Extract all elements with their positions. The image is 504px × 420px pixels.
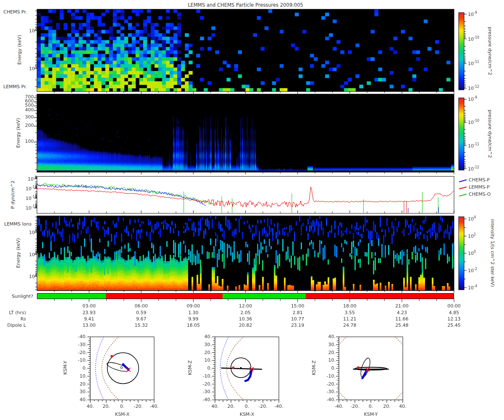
ephemeris-value: 4.85 <box>441 310 467 315</box>
time-tick-label: 00:00 <box>441 303 467 309</box>
ephemeris-value: 9.41 <box>76 316 102 322</box>
orbit-y-tick-label: -10. <box>71 357 87 363</box>
figure: LEMMS and CHEMS Particle Pressures 2009:… <box>0 0 504 420</box>
orbit-y-tick-label: -30. <box>320 389 336 394</box>
orbit-x-tick-label: 0. <box>238 404 256 409</box>
ephemeris-value: 25.48 <box>389 323 415 328</box>
sunlight-bar <box>37 293 454 299</box>
colorbar1-unit-label: pressure dyne/cm^2 <box>487 20 493 83</box>
orbit-y-tick-label: 30. <box>196 342 212 347</box>
colorbar-tick-label: 10-10 <box>468 119 479 125</box>
ephemeris-value: 23.93 <box>76 310 102 315</box>
orbit-y-tick-label: 20. <box>196 350 212 355</box>
colorbar-tick-label: 10-4 <box>468 284 477 291</box>
y-tick-label: 10-11 <box>18 195 37 201</box>
y-tick-label: 400. <box>18 107 35 113</box>
ephemeris-value: 4.23 <box>389 310 415 315</box>
colorbar-tick-label: 10-12 <box>468 85 479 91</box>
ephemeris-value: 11.21 <box>337 316 362 322</box>
colorbar-tick-label: 10-12 <box>468 165 479 172</box>
ephemeris-value: 9.67 <box>129 316 154 322</box>
orbit-plot-2 <box>331 329 410 408</box>
ephemeris-row-label: LT (hrs) <box>0 310 26 315</box>
orbit-x-tick-label: -40. <box>145 404 163 409</box>
panel3-y-axis-label: P dyn/cm^2 <box>10 174 16 216</box>
y-tick-label: 102 <box>18 273 37 279</box>
colorbar-intensity <box>459 217 464 290</box>
orbit-y-tick-label: -10. <box>196 373 212 379</box>
colorbar-pressure-top <box>459 13 464 90</box>
lemms-ions-spectrogram <box>37 216 454 291</box>
time-tick-label: 21:00 <box>389 303 415 309</box>
colorbar-tick-label: 10-11 <box>468 142 479 149</box>
colorbar-tick-label: 100 <box>468 250 476 256</box>
legend-item-label: CHEMS-P <box>469 177 490 183</box>
orbit-x-tick-label: 0. <box>113 404 131 409</box>
panel2-corner-label: LEMMS Pr. <box>3 84 27 89</box>
sunlight-segment-lit <box>223 294 306 299</box>
colorbar-tick-label: 10-9 <box>468 96 477 102</box>
orbit-x-tick-label: -20. <box>129 404 147 409</box>
panel2-y-axis-label: Energy (keV) <box>16 112 21 154</box>
orbit-y-tick-label: -10. <box>320 373 336 379</box>
orbit-x-tick-label: -40. <box>330 404 348 409</box>
time-tick-label: 09:00 <box>181 303 206 309</box>
y-tick-label: 500. <box>18 102 35 108</box>
panel4-corner-label: LEMMS Ions <box>4 221 32 227</box>
colorbar2-unit-label: pressure dyne/cm^2 <box>487 102 493 165</box>
orbit-y-tick-label: 0. <box>320 365 336 371</box>
orbit-plot-1 <box>220 337 262 400</box>
colorbar-tick-label: 104 <box>468 215 476 222</box>
orbit-y-tick-label: 10. <box>320 357 336 363</box>
y-tick-label: 600. <box>18 98 35 104</box>
y-tick-label: 104 <box>18 229 37 235</box>
sunlight-segment-shadow <box>306 294 454 299</box>
orbit-y-tick-label: 40. <box>196 334 212 339</box>
ephemeris-value: 2.05 <box>233 310 258 315</box>
time-tick-label: 12:00 <box>233 303 258 309</box>
orbit-x-tick-label: 40. <box>394 404 412 409</box>
orbit-x-axis-label: KSM-X <box>230 412 264 417</box>
orbit-y-axis-label: KSM-Z <box>187 351 193 385</box>
lemms-pressure-spectrogram <box>37 94 454 172</box>
sunlight-label: Sunlight? <box>12 294 33 299</box>
orbit-y-tick-label: -20. <box>71 350 87 355</box>
orbit-x-tick-label: 20. <box>222 404 240 409</box>
colorbar-pressure-mid <box>459 98 464 170</box>
ephemeris-value: 18.05 <box>181 323 206 328</box>
panel1-y-axis-label: Energy (keV) <box>17 29 22 71</box>
ephemeris-value: 25.45 <box>441 323 467 328</box>
time-tick-label: 18:00 <box>337 303 362 309</box>
colorbar-tick-label: 102 <box>468 233 476 239</box>
orbit-y-axis-label: KSM-Z <box>311 351 317 385</box>
orbit-y-tick-label: 10. <box>196 357 212 363</box>
y-tick-label: 200. <box>18 123 35 128</box>
page-title: LEMMS and CHEMS Particle Pressures 2009:… <box>37 2 454 8</box>
orbit-x-tick-label: -20. <box>254 404 272 409</box>
time-tick-label: 15:00 <box>285 303 310 309</box>
legend-item-label: CHEMS-O <box>469 192 491 197</box>
orbit-y-tick-label: 10. <box>71 373 87 379</box>
pressure-timeseries-plot <box>37 176 454 213</box>
sunlight-segment-lit <box>37 294 106 299</box>
ephemeris-value: 23.19 <box>285 323 310 328</box>
orbit-x-tick-label: 40. <box>206 404 224 409</box>
ephemeris-value: 3.55 <box>337 310 362 315</box>
colorbar3-unit-label: intensity 1/(s cm^2 ster keV) <box>490 211 495 295</box>
orbit-y-tick-label: 20. <box>71 381 87 387</box>
orbit-y-tick-label: -20. <box>320 381 336 387</box>
orbit-y-tick-label: -20. <box>196 381 212 387</box>
panel1-corner-label: CHEMS Pr. <box>3 9 27 15</box>
legend-item-label: LEMMS-P <box>469 184 490 190</box>
orbit-y-tick-label: 20. <box>320 350 336 355</box>
ephemeris-value: 13.00 <box>76 323 102 328</box>
orbit-x-tick-label: -40. <box>270 404 288 409</box>
orbit-x-tick-label: 20. <box>378 404 396 409</box>
orbit-x-tick-label: 40. <box>81 404 100 409</box>
orbit-y-tick-label: -40. <box>71 334 87 339</box>
time-tick-label: 06:00 <box>129 303 154 309</box>
colorbar-tick-label: 10-2 <box>468 267 477 273</box>
orbit-x-axis-label: KSM-X <box>105 412 139 417</box>
ephemeris-value: 10.36 <box>233 316 258 322</box>
orbit-y-tick-label: 0. <box>71 365 87 371</box>
